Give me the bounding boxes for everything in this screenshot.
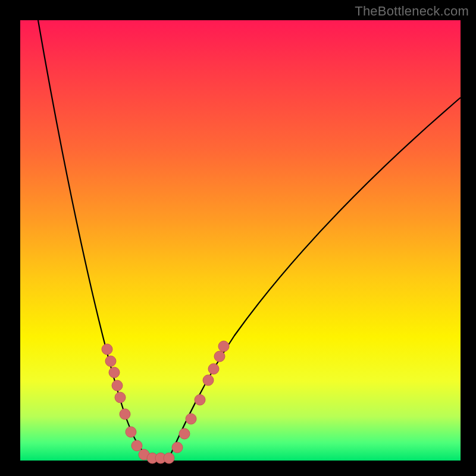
data-marker xyxy=(214,351,225,362)
plot-area xyxy=(20,20,461,461)
data-marker xyxy=(115,392,126,403)
data-marker xyxy=(105,356,116,367)
data-marker xyxy=(109,367,120,378)
curve-left xyxy=(38,20,152,458)
data-marker xyxy=(179,428,190,439)
data-marker xyxy=(172,442,183,453)
data-marker xyxy=(131,440,142,451)
data-marker xyxy=(218,341,229,352)
data-marker xyxy=(120,409,130,419)
data-marker xyxy=(208,364,219,374)
data-marker xyxy=(164,453,174,464)
data-marker xyxy=(195,394,205,405)
curve-right xyxy=(169,98,461,458)
data-marker xyxy=(112,380,123,391)
watermark-text: TheBottleneck.com xyxy=(355,4,469,19)
data-marker xyxy=(203,375,214,386)
data-marker xyxy=(102,344,112,355)
curve-layer xyxy=(20,20,461,461)
data-marker xyxy=(186,414,196,424)
data-marker xyxy=(126,427,136,437)
chart-frame: TheBottleneck.com xyxy=(0,0,476,476)
marker-group xyxy=(102,341,229,464)
